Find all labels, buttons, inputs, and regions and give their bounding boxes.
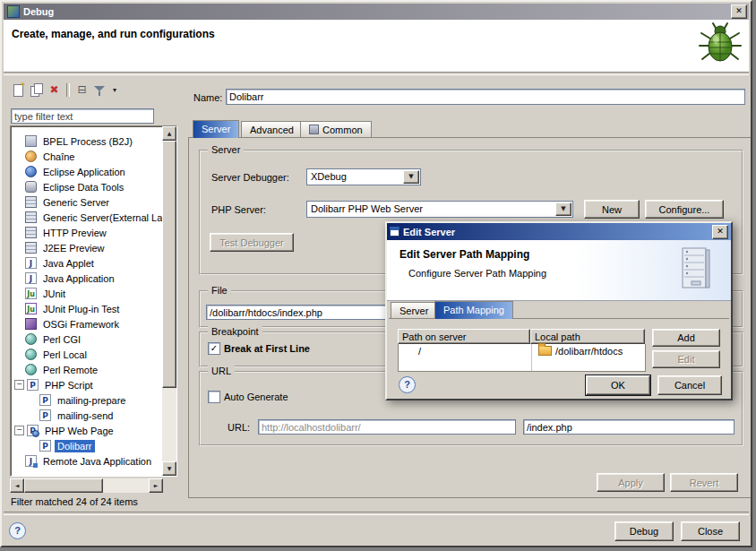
new-configuration-icon[interactable]: [11, 82, 26, 98]
tree-item-eclipse-application[interactable]: Eclipse Application: [13, 164, 128, 179]
page-title: Create, manage, and run configurations: [12, 28, 215, 40]
filter-input[interactable]: [11, 108, 154, 124]
scroll-up-icon[interactable]: ▲: [162, 126, 176, 141]
url-path-input[interactable]: [523, 419, 735, 435]
column-local-path[interactable]: Local path: [530, 329, 645, 344]
server-path-cell: /: [418, 344, 421, 359]
tree-item-j2ee-preview[interactable]: J2EE Preview: [13, 240, 107, 255]
tree-item-generic-server[interactable]: Generic Server: [13, 194, 112, 210]
perl-icon: [25, 364, 37, 375]
apply-button[interactable]: Apply: [597, 473, 665, 492]
tree-item-chaine[interactable]: Chaîne: [13, 149, 77, 164]
osgi-framework-icon: [25, 318, 37, 330]
java-application-icon: [25, 272, 37, 284]
bug-image: [697, 22, 743, 68]
dialog-help-icon[interactable]: ?: [399, 376, 416, 393]
dialog-close-icon[interactable]: ✕: [712, 225, 728, 239]
tree-item-junit[interactable]: JUnit: [13, 286, 68, 301]
name-input[interactable]: [226, 89, 745, 105]
dialog-tab-server[interactable]: Server: [391, 302, 437, 319]
chevron-down-icon[interactable]: [403, 170, 419, 184]
debug-button[interactable]: Debug: [614, 521, 674, 541]
chain-icon: [25, 151, 37, 162]
junit-plugin-icon: [25, 303, 37, 314]
server-image: [670, 244, 718, 294]
tab-common[interactable]: Common: [300, 121, 372, 138]
revert-button[interactable]: Revert: [670, 473, 738, 492]
tab-server[interactable]: Server: [193, 120, 239, 138]
tree-item-java-applet[interactable]: Java Applet: [13, 255, 97, 271]
tree-item-php-script[interactable]: PHP Script: [13, 377, 96, 392]
cancel-button[interactable]: Cancel: [657, 375, 722, 395]
close-button[interactable]: Close: [681, 521, 740, 541]
tree-vertical-scrollbar[interactable]: ▲ ▼: [162, 126, 176, 476]
duplicate-configuration-icon[interactable]: [29, 82, 44, 98]
tree-item-http-preview[interactable]: HTTP Preview: [13, 225, 109, 240]
table-row[interactable]: / /dolibarr/htdocs: [398, 344, 646, 372]
collapse-toggle-icon[interactable]: [14, 380, 24, 390]
configure-server-button[interactable]: Configure...: [645, 200, 724, 219]
tree-item-java-application[interactable]: Java Application: [13, 271, 117, 286]
header-separator: [4, 72, 749, 75]
column-path-on-server[interactable]: Path on server: [398, 329, 530, 344]
vertical-scroll-thumb[interactable]: [162, 141, 176, 388]
delete-configuration-icon[interactable]: [47, 82, 62, 98]
configurations-sidebar: BPEL Process (B2J) Chaîne Eclipse Applic…: [9, 79, 179, 509]
window-titlebar[interactable]: Debug ✕: [4, 4, 749, 20]
php-web-page-icon: [27, 425, 39, 436]
auto-generate-checkbox[interactable]: [208, 391, 220, 403]
chevron-down-icon[interactable]: [555, 202, 571, 216]
add-mapping-button[interactable]: Add: [652, 329, 720, 347]
filter-icon[interactable]: [92, 82, 107, 98]
server-debugger-select[interactable]: XDebug: [306, 168, 421, 185]
tree-item-perl-cgi[interactable]: Perl CGI: [13, 331, 83, 347]
tab-advanced[interactable]: Advanced: [241, 121, 303, 138]
scroll-right-icon[interactable]: ►: [149, 478, 163, 493]
junit-icon: [25, 288, 37, 299]
http-preview-icon: [25, 227, 37, 238]
scroll-left-icon[interactable]: ◄: [10, 478, 24, 493]
horizontal-scroll-thumb[interactable]: [24, 478, 103, 493]
dialog-titlebar[interactable]: Edit Server ✕: [387, 223, 731, 240]
scroll-down-icon[interactable]: ▼: [162, 461, 176, 476]
sidebar-toolbar: [9, 79, 181, 100]
file-group-legend: File: [208, 285, 231, 296]
tree-item-bpel[interactable]: BPEL Process (B2J): [13, 133, 135, 149]
dialog-title: Edit Server: [403, 227, 712, 237]
tree-item-mailing-send[interactable]: mailing-send: [28, 408, 116, 423]
perl-icon: [25, 333, 37, 345]
tree-item-mailing-prepare[interactable]: mailing-prepare: [28, 392, 128, 408]
collapse-all-icon[interactable]: [74, 82, 90, 98]
tree-horizontal-scrollbar[interactable]: ◄ ►: [10, 478, 163, 493]
tree-item-remote-java-application[interactable]: Remote Java Application: [13, 453, 154, 469]
tree-item-php-web-page[interactable]: PHP Web Page: [13, 423, 116, 438]
collapse-toggle-icon[interactable]: [14, 426, 24, 435]
dialog-tab-path-mapping[interactable]: Path Mapping: [434, 301, 513, 319]
table-header-row: Path on serverLocal path: [398, 329, 646, 344]
test-debugger-button[interactable]: Test Debugger: [210, 233, 294, 252]
remote-java-icon: [25, 455, 37, 467]
url-base-input[interactable]: [258, 419, 516, 435]
tree-item-eclipse-data-tools[interactable]: Eclipse Data Tools: [13, 179, 126, 194]
close-window-icon[interactable]: ✕: [731, 4, 747, 19]
tree-item-junit-plugin-test[interactable]: JUnit Plug-in Test: [13, 301, 122, 316]
toolbar-menu-arrow-icon[interactable]: [110, 82, 119, 98]
tree-item-generic-server-external[interactable]: Generic Server(External La: [13, 210, 165, 225]
tree-item-perl-remote[interactable]: Perl Remote: [13, 362, 100, 377]
scrollbar-corner: [163, 478, 177, 493]
tree-item-dolibarr[interactable]: Dolibarr: [28, 438, 95, 453]
tree-item-perl-local[interactable]: Perl Local: [13, 347, 90, 362]
break-first-line-checkbox[interactable]: [208, 342, 220, 355]
help-icon[interactable]: ?: [9, 522, 26, 539]
new-server-button[interactable]: New: [584, 200, 640, 219]
server-group-legend: Server: [208, 144, 244, 155]
header-banner: Create, manage, and run configurations: [4, 20, 749, 72]
path-mapping-table: Path on serverLocal path / /dolibarr/htd…: [398, 329, 646, 372]
tree-item-osgi-framework[interactable]: OSGi Framework: [13, 316, 122, 331]
perl-icon: [25, 349, 37, 360]
java-applet-icon: [25, 257, 37, 269]
dialog-subheading: Configure Server Path Mapping: [408, 268, 546, 279]
ok-button[interactable]: OK: [586, 375, 650, 395]
edit-mapping-button[interactable]: Edit: [652, 350, 720, 368]
php-server-select[interactable]: Dolibarr PHP Web Server: [306, 201, 573, 218]
